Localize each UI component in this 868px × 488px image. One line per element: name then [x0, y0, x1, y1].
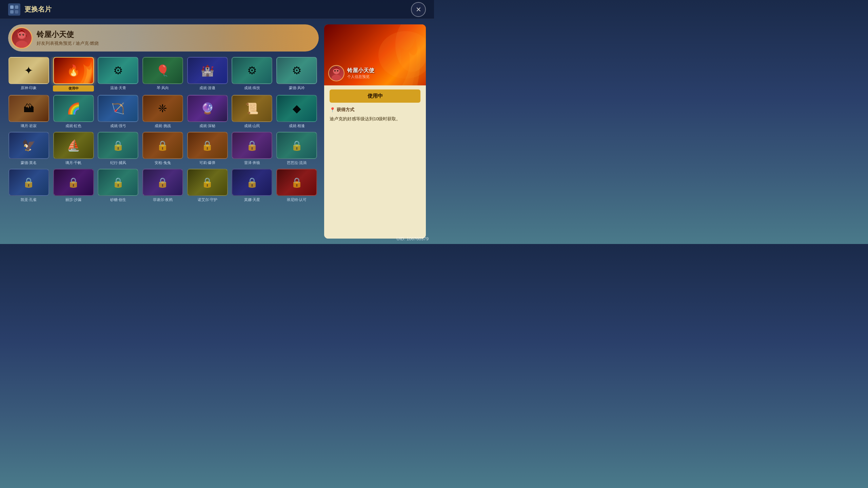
card-image-18: 🔒 — [187, 132, 228, 159]
use-card-button[interactable]: 使用中 — [330, 89, 420, 103]
svg-rect-3 — [15, 10, 18, 14]
card-image-11: 🔮 — [187, 95, 228, 122]
card-item-7[interactable]: 🏔璃月·岩寂 — [8, 95, 50, 128]
profile-avatar — [11, 27, 33, 49]
lock-icon: 🔒 — [291, 140, 303, 151]
card-grid: ✦原神·印象🔥 使用中⚙温迪·天青🎈琴·风向🏰成就·游遨⚙成就·殊技⚙蒙德·风吟… — [8, 57, 319, 202]
profile-info: 铃屋小天使 好友列表视角预览 / 迪卢克·燃烧 — [37, 29, 312, 46]
card-image-9: 🏹 — [98, 95, 138, 122]
card-label-3: 琴·风向 — [157, 85, 169, 90]
card-item-1[interactable]: 🔥 使用中 — [53, 57, 94, 92]
card-badge-1: 使用中 — [53, 85, 94, 92]
detail-card-preview: 铃屋小天使 个人信息预览 — [324, 24, 426, 85]
card-image-1: 🔥 — [53, 57, 94, 84]
card-item-9[interactable]: 🏹成就·强弓 — [97, 95, 139, 128]
card-item-2[interactable]: ⚙温迪·天青 — [97, 57, 139, 92]
card-item-14[interactable]: 🦅蒙德·英名 — [8, 132, 50, 165]
svg-rect-1 — [15, 5, 18, 9]
card-icon-5: ⚙ — [247, 64, 257, 77]
card-label-9: 成就·强弓 — [110, 123, 126, 128]
card-item-10[interactable]: ❈成就·挑战 — [142, 95, 183, 128]
card-label-24: 菲谢尔·夜鸦 — [153, 197, 173, 202]
card-item-20[interactable]: 🔒芭芭拉·流淌 — [276, 132, 317, 165]
card-image-0: ✦ — [8, 57, 49, 84]
left-panel: 铃屋小天使 好友列表视角预览 / 迪卢克·燃烧 ✦原神·印象🔥 使用中⚙温迪·天… — [8, 24, 319, 239]
detail-user-info: 铃屋小天使 个人信息预览 — [347, 67, 374, 79]
card-label-22: 丽莎·沙漏 — [65, 197, 81, 202]
card-image-17: 🔒 — [142, 132, 183, 159]
card-label-21: 凯亚·孔雀 — [21, 197, 37, 202]
card-item-8[interactable]: 🌈成就·虹色 — [53, 95, 94, 128]
pin-icon: 📍 — [330, 107, 335, 113]
card-item-3[interactable]: 🎈琴·风向 — [142, 57, 183, 92]
card-icon-6: ⚙ — [292, 64, 302, 77]
obtain-method-label: 📍 获得方式 — [330, 107, 420, 113]
detail-subtitle: 个人信息预览 — [347, 74, 374, 79]
profile-banner: 铃屋小天使 好友列表视角预览 / 迪卢克·燃烧 — [8, 24, 319, 52]
card-item-0[interactable]: ✦原神·印象 — [8, 57, 50, 92]
card-item-12[interactable]: 📜成就·山民 — [232, 95, 273, 128]
card-image-10: ❈ — [142, 95, 183, 122]
card-item-21[interactable]: 🔒凯亚·孔雀 — [8, 169, 50, 202]
header-icon — [8, 3, 20, 16]
card-label-2: 温迪·天青 — [110, 85, 126, 90]
card-image-22: 🔒 — [53, 169, 94, 196]
card-image-24: 🔒 — [142, 169, 183, 196]
card-item-15[interactable]: ⛵璃月·千帆 — [53, 132, 94, 165]
card-item-18[interactable]: 🔒可莉·爆弹 — [187, 132, 228, 165]
card-label-11: 成就·深秘 — [199, 123, 215, 128]
card-icon-3: 🎈 — [156, 64, 170, 77]
card-image-8: 🌈 — [53, 95, 94, 122]
svg-point-14 — [334, 70, 336, 72]
card-item-16[interactable]: 🔒纪行·捕风 — [97, 132, 139, 165]
card-item-13[interactable]: ◆成就·相逢 — [276, 95, 317, 128]
card-image-4: 🏰 — [187, 57, 228, 84]
card-image-15: ⛵ — [53, 132, 94, 159]
card-label-20: 芭芭拉·流淌 — [287, 160, 307, 165]
card-image-2: ⚙ — [98, 57, 138, 84]
detail-body: 使用中 📍 获得方式 迪卢克的好感等级达到10级时获取。 — [324, 85, 426, 239]
card-label-23: 砂糖·创生 — [110, 197, 126, 202]
lock-icon: 🔒 — [246, 177, 258, 188]
card-item-4[interactable]: 🏰成就·游遨 — [187, 57, 228, 92]
card-item-19[interactable]: 🔒雷泽·奔狼 — [232, 132, 273, 165]
lock-icon: 🔒 — [157, 177, 169, 188]
card-item-11[interactable]: 🔮成就·深秘 — [187, 95, 228, 128]
card-image-13: ◆ — [276, 95, 317, 122]
card-icon-9: 🏹 — [111, 102, 125, 115]
svg-point-9 — [20, 34, 21, 35]
detail-avatar — [328, 65, 344, 81]
card-icon-1: 🔥 — [67, 64, 80, 77]
card-item-27[interactable]: 🔒班尼特·认可 — [276, 169, 317, 202]
lock-icon: 🔒 — [23, 177, 35, 188]
card-item-23[interactable]: 🔒砂糖·创生 — [97, 169, 139, 202]
card-item-25[interactable]: 🔒诺艾尔·守护 — [187, 169, 228, 202]
card-label-19: 雷泽·奔狼 — [244, 160, 260, 165]
card-label-26: 莫娜·天星 — [244, 197, 260, 202]
card-image-21: 🔒 — [8, 169, 49, 196]
card-item-24[interactable]: 🔒菲谢尔·夜鸦 — [142, 169, 183, 202]
card-item-5[interactable]: ⚙成就·殊技 — [232, 57, 273, 92]
card-label-15: 璃月·千帆 — [65, 160, 81, 165]
close-button[interactable]: ✕ — [411, 2, 426, 17]
card-label-16: 纪行·捕风 — [110, 160, 126, 165]
detail-name: 铃屋小天使 — [347, 67, 374, 74]
card-image-16: 🔒 — [98, 132, 138, 159]
svg-rect-2 — [10, 10, 14, 14]
card-image-23: 🔒 — [98, 169, 138, 196]
card-item-22[interactable]: 🔒丽莎·沙漏 — [53, 169, 94, 202]
card-icon-2: ⚙ — [113, 64, 123, 77]
card-icon-4: 🏰 — [201, 64, 214, 77]
main-content: 铃屋小天使 好友列表视角预览 / 迪卢克·燃烧 ✦原神·印象🔥 使用中⚙温迪·天… — [0, 19, 434, 244]
lock-icon: 🔒 — [291, 177, 303, 188]
svg-point-10 — [23, 34, 24, 35]
card-item-6[interactable]: ⚙蒙德·风吟 — [276, 57, 317, 92]
card-icon-11: 🔮 — [201, 102, 214, 115]
card-image-19: 🔒 — [232, 132, 272, 159]
card-label-18: 可莉·爆弹 — [199, 160, 215, 165]
card-item-26[interactable]: 🔒莫娜·天星 — [232, 169, 273, 202]
profile-subtitle: 好友列表视角预览 / 迪卢克·燃烧 — [37, 40, 312, 46]
svg-rect-0 — [10, 5, 14, 9]
card-image-7: 🏔 — [8, 95, 49, 122]
card-item-17[interactable]: 🔒安柏·兔兔 — [142, 132, 183, 165]
